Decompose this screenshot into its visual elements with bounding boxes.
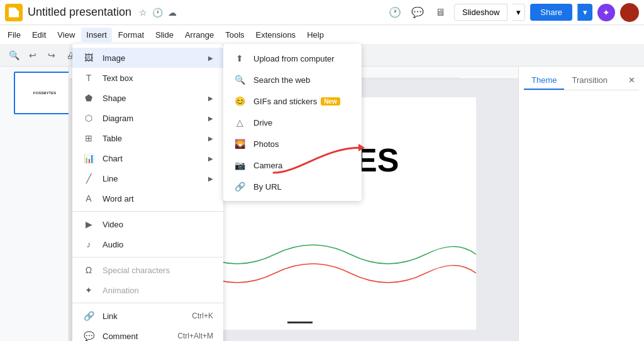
menu-item-audio[interactable]: ♪ Audio bbox=[72, 234, 223, 254]
gif-icon: 😊 bbox=[233, 95, 246, 107]
table-icon: ⊞ bbox=[82, 132, 95, 144]
cloud-icon[interactable]: ☁ bbox=[168, 8, 177, 18]
animation-label: Animation bbox=[103, 286, 213, 295]
submenu-item-upload[interactable]: ⬆ Upload from computer bbox=[223, 48, 362, 69]
menu-edit[interactable]: Edit bbox=[27, 28, 51, 42]
video-icon: ▶ bbox=[82, 218, 95, 230]
menu-insert[interactable]: Insert bbox=[81, 28, 112, 42]
submenu-item-gifs[interactable]: 😊 GIFs and stickers New bbox=[223, 90, 362, 112]
insert-menu-dropdown: 🖼 Image ▶ T Text box ⬟ Shape ▶ ⬡ Diagram… bbox=[72, 44, 223, 341]
line-label: Line bbox=[103, 174, 208, 183]
redo-btn[interactable]: ↪ bbox=[43, 46, 60, 64]
app-icon bbox=[5, 4, 23, 21]
diagram-label: Diagram bbox=[103, 114, 208, 123]
menu-format[interactable]: Format bbox=[113, 28, 149, 42]
submenu-item-photos[interactable]: 🌄 Photos bbox=[223, 133, 362, 154]
menu-item-special-chars: Ω Special characters bbox=[72, 260, 223, 280]
menu-item-table[interactable]: ⊞ Table ▶ bbox=[72, 128, 223, 148]
menu-item-video[interactable]: ▶ Video bbox=[72, 214, 223, 234]
share-dropdown-button[interactable]: ▾ bbox=[577, 4, 592, 21]
history-icon[interactable]: 🕐 bbox=[152, 8, 163, 18]
menu-item-comment[interactable]: 💬 Comment Ctrl+Alt+M bbox=[72, 326, 223, 341]
menu-item-line[interactable]: ╱ Line ▶ bbox=[72, 168, 223, 188]
menu-item-diagram[interactable]: ⬡ Diagram ▶ bbox=[72, 108, 223, 128]
diagram-arrow-icon: ▶ bbox=[208, 115, 213, 122]
line-arrow-icon: ▶ bbox=[208, 175, 213, 182]
comment-shortcut: Ctrl+Alt+M bbox=[177, 332, 213, 340]
submenu-item-drive[interactable]: △ Drive bbox=[223, 112, 362, 133]
menu-item-shape[interactable]: ⬟ Shape ▶ bbox=[72, 88, 223, 108]
camera-label: Camera bbox=[253, 161, 282, 170]
comment-menu-icon: 💬 bbox=[82, 330, 95, 341]
menu-arrange[interactable]: Arrange bbox=[180, 28, 219, 42]
menu-item-image[interactable]: 🖼 Image ▶ bbox=[72, 48, 223, 68]
menu-item-textbox[interactable]: T Text box bbox=[72, 68, 223, 88]
link-icon: 🔗 bbox=[82, 310, 95, 322]
camera-icon: 📷 bbox=[233, 159, 246, 171]
menu-slide[interactable]: Slide bbox=[150, 28, 179, 42]
present-icon[interactable]: 🖥 bbox=[431, 4, 449, 21]
menu-item-animation: ✦ Animation bbox=[72, 280, 223, 300]
diagram-icon: ⬡ bbox=[82, 112, 95, 124]
video-label: Video bbox=[103, 220, 213, 229]
animation-icon: ✦ bbox=[82, 284, 95, 296]
panel-close-btn[interactable]: ✕ bbox=[625, 72, 639, 90]
wordart-icon: A bbox=[82, 192, 95, 205]
gifs-label: GIFs and stickers bbox=[253, 97, 317, 106]
table-arrow-icon: ▶ bbox=[208, 135, 213, 142]
link-shortcut: Ctrl+K bbox=[192, 311, 213, 320]
search-web-icon: 🔍 bbox=[233, 73, 246, 86]
right-panel: Theme Transition ✕ bbox=[518, 67, 644, 341]
menu-view[interactable]: View bbox=[52, 28, 80, 42]
link-label: Link bbox=[103, 311, 192, 321]
panel-tabs: Theme Transition ✕ bbox=[524, 72, 639, 90]
slideshow-dropdown-button[interactable]: ▾ bbox=[513, 4, 525, 21]
url-label: By URL bbox=[253, 182, 282, 192]
slide-progress-bar bbox=[287, 322, 313, 323]
separator-2 bbox=[72, 257, 223, 257]
slide-thumbnail-1[interactable]: FOSSBYTES bbox=[14, 72, 69, 114]
comment-icon[interactable]: 💬 bbox=[409, 4, 426, 21]
search-toolbar-btn[interactable]: 🔍 bbox=[5, 46, 23, 64]
top-right-actions: 🕐 💬 🖥 Slideshow ▾ Share ▾ ✦ bbox=[386, 3, 639, 22]
upload-label: Upload from computer bbox=[253, 54, 335, 63]
slideshow-button[interactable]: Slideshow bbox=[454, 4, 508, 21]
tab-transition[interactable]: Transition bbox=[564, 72, 615, 90]
user-avatar[interactable] bbox=[620, 3, 639, 22]
menu-item-link[interactable]: 🔗 Link Ctrl+K bbox=[72, 306, 223, 326]
menu-bar: File Edit View Insert Format Slide Arran… bbox=[0, 25, 644, 44]
history-toolbar-icon[interactable]: 🕐 bbox=[386, 4, 404, 21]
submenu-item-camera[interactable]: 📷 Camera bbox=[223, 154, 362, 176]
chart-icon: 📊 bbox=[82, 152, 95, 165]
comment-label: Comment bbox=[103, 332, 177, 341]
separator-1 bbox=[72, 211, 223, 212]
tab-theme[interactable]: Theme bbox=[524, 72, 564, 90]
document-title[interactable]: Untitled presentation bbox=[28, 6, 131, 19]
menu-file[interactable]: File bbox=[3, 28, 26, 42]
table-label: Table bbox=[103, 134, 208, 143]
star-icon[interactable]: ☆ bbox=[139, 8, 147, 18]
menu-tools[interactable]: Tools bbox=[220, 28, 249, 42]
url-icon: 🔗 bbox=[233, 180, 246, 193]
menu-item-wordart[interactable]: A Word art bbox=[72, 188, 223, 208]
menu-help[interactable]: Help bbox=[302, 28, 329, 42]
gifs-badge: New bbox=[321, 97, 340, 106]
chart-label: Chart bbox=[103, 154, 208, 163]
photos-icon: 🌄 bbox=[233, 138, 246, 150]
shape-label: Shape bbox=[103, 94, 208, 103]
slide-1-wrapper: 1 FOSSBYTES bbox=[3, 72, 66, 114]
submenu-item-search[interactable]: 🔍 Search the web bbox=[223, 69, 362, 90]
undo-btn[interactable]: ↩ bbox=[24, 46, 42, 64]
upload-icon: ⬆ bbox=[233, 52, 246, 65]
wordart-label: Word art bbox=[103, 194, 213, 203]
photos-label: Photos bbox=[253, 139, 279, 149]
menu-extensions[interactable]: Extensions bbox=[251, 28, 301, 42]
search-web-label: Search the web bbox=[253, 75, 310, 85]
submenu-item-url[interactable]: 🔗 By URL bbox=[223, 176, 362, 197]
shape-icon: ⬟ bbox=[82, 92, 95, 104]
share-button[interactable]: Share bbox=[530, 4, 572, 21]
magic-button[interactable]: ✦ bbox=[597, 4, 615, 21]
menu-item-chart[interactable]: 📊 Chart ▶ bbox=[72, 148, 223, 168]
insert-dropdown-menu: 🖼 Image ▶ T Text box ⬟ Shape ▶ ⬡ Diagram… bbox=[72, 44, 223, 341]
audio-icon: ♪ bbox=[82, 238, 95, 251]
